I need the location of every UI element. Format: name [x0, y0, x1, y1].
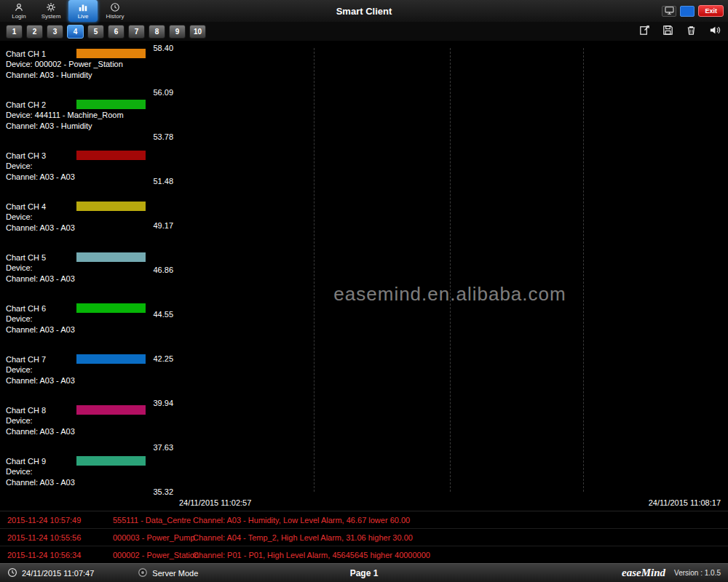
nav-label: System — [41, 13, 61, 20]
channel-block-2[interactable]: Chart CH 2Device: 444111 - Machine_RoomC… — [6, 99, 149, 132]
save-icon — [662, 24, 674, 39]
tab-9[interactable]: 9 — [169, 25, 186, 39]
channel-color-swatch — [76, 202, 146, 211]
y-tick: 51.48 — [153, 177, 173, 186]
channel-color-swatch — [76, 49, 146, 58]
alarm-device: 555111 - Data_Centre — [113, 516, 193, 525]
channel-color-swatch — [76, 456, 146, 466]
delete-button[interactable] — [683, 24, 699, 39]
monitor-button[interactable] — [662, 6, 676, 17]
channel-sidebar: Chart CH 1Device: 000002 - Power _Statio… — [0, 41, 149, 511]
volume-button[interactable] — [706, 24, 722, 39]
alarm-row[interactable]: 2015-11-24 10:55:56000003 - Power_PumpCh… — [0, 529, 728, 546]
channel-color-swatch — [76, 100, 146, 109]
nav-label: Login — [12, 13, 26, 20]
y-axis: 58.4056.0953.7851.4849.1746.8644.5542.25… — [149, 41, 176, 511]
channel-channel: Channel: A03 - A03 — [6, 477, 149, 488]
status-bar: 24/11/2015 11:07:47 Server Mode Page 1 e… — [0, 563, 728, 582]
channel-block-4[interactable]: Chart CH 4Device:Channel: A03 - A03 — [6, 201, 149, 234]
monitor-icon — [665, 4, 674, 17]
channel-block-1[interactable]: Chart CH 1Device: 000002 - Power _Statio… — [6, 48, 149, 81]
tab-2[interactable]: 2 — [26, 25, 43, 39]
channel-device: Device: 444111 - Machine_Room — [6, 110, 149, 121]
nav-login-button[interactable]: Login — [4, 0, 33, 22]
history-icon — [110, 2, 120, 12]
nav-history-button[interactable]: History — [100, 0, 130, 22]
volume-icon — [708, 24, 721, 39]
edit-button[interactable] — [636, 24, 652, 39]
nav-label: Live — [78, 13, 89, 20]
chart-area: easemind.en.alibaba.com 24/11/2015 11:02… — [176, 41, 728, 511]
y-tick: 46.86 — [153, 266, 173, 274]
clock-icon — [7, 567, 17, 579]
live-icon — [78, 2, 88, 12]
main-area: Chart CH 1Device: 000002 - Power _Statio… — [0, 41, 728, 511]
alarm-row[interactable]: 2015-11-24 10:57:49555111 - Data_CentreC… — [0, 511, 728, 529]
server-mode-label: Server Mode — [152, 569, 198, 578]
nav-live-button[interactable]: Live — [68, 0, 98, 22]
channel-channel: Channel: A03 - A03 — [6, 223, 149, 234]
alarm-time: 2015-11-24 10:56:34 — [7, 551, 113, 559]
alarm-device: 000002 - Power_Station — [113, 551, 193, 559]
alarm-message: Channel: A04 - Temp_2, High Level Alarm,… — [193, 533, 728, 542]
login-icon — [14, 2, 24, 12]
tab-6[interactable]: 6 — [108, 25, 124, 39]
channel-channel: Channel: A03 - A03 — [6, 324, 149, 335]
channel-device: Device: — [6, 415, 149, 426]
channel-name: Chart CH 9 — [6, 457, 46, 466]
y-tick: 44.55 — [153, 310, 173, 319]
y-tick: 42.25 — [153, 354, 173, 363]
channel-channel: Channel: A03 - A03 — [6, 274, 149, 284]
tab-8[interactable]: 8 — [149, 25, 165, 39]
plot: easemind.en.alibaba.com — [178, 48, 722, 492]
server-mode-group: Server Mode — [138, 567, 198, 579]
channel-channel: Channel: A03 - A03 — [6, 172, 149, 183]
channel-name: Chart CH 8 — [6, 406, 46, 415]
channel-name: Chart CH 2 — [6, 100, 46, 109]
channel-block-7[interactable]: Chart CH 7Device:Channel: A03 - A03 — [6, 354, 149, 386]
nav-system-button[interactable]: System — [36, 0, 66, 22]
tab-row: 12345678910 — [0, 22, 728, 41]
alarm-device: 000003 - Power_Pump — [113, 533, 193, 542]
channel-channel: Channel: A03 - A03 — [6, 426, 149, 437]
channel-block-9[interactable]: Chart CH 9Device:Channel: A03 - A03 — [6, 455, 149, 488]
channel-block-3[interactable]: Chart CH 3Device:Channel: A03 - A03 — [6, 150, 149, 183]
channel-block-6[interactable]: Chart CH 6Device:Channel: A03 - A03 — [6, 303, 149, 335]
theme-button[interactable] — [680, 6, 695, 17]
x-end-label: 24/11/2015 11:08:17 — [649, 498, 721, 507]
alarm-list: 2015-11-24 10:57:49555111 - Data_CentreC… — [0, 511, 728, 563]
channel-name: Chart CH 3 — [6, 151, 46, 160]
chart-toolbar — [636, 24, 722, 39]
y-tick: 39.94 — [153, 399, 173, 407]
channel-channel: Channel: A03 - Humidity — [6, 121, 149, 132]
channel-name: Chart CH 7 — [6, 355, 46, 364]
x-axis-labels: 24/11/2015 11:02:57 24/11/2015 11:08:17 — [179, 498, 721, 507]
top-bar: LoginSystemLiveHistory Smart Client Exit — [0, 0, 728, 22]
y-axis-inner: 58.4056.0953.7851.4849.1746.8644.5542.25… — [149, 48, 176, 492]
save-button[interactable] — [660, 24, 676, 39]
channel-device: Device: — [6, 161, 149, 172]
exit-button[interactable]: Exit — [698, 5, 724, 17]
tab-3[interactable]: 3 — [47, 25, 63, 39]
nav-label: History — [106, 13, 124, 20]
channel-block-5[interactable]: Chart CH 5Device:Channel: A03 - A03 — [6, 252, 149, 284]
tab-1[interactable]: 1 — [6, 25, 23, 39]
channel-color-swatch — [76, 303, 146, 313]
main-nav: LoginSystemLiveHistory — [4, 0, 130, 22]
channel-block-8[interactable]: Chart CH 8Device:Channel: A03 - A03 — [6, 404, 149, 437]
channel-color-swatch — [76, 405, 146, 415]
edit-icon — [638, 24, 651, 39]
tab-10[interactable]: 10 — [189, 25, 206, 39]
status-datetime-group: 24/11/2015 11:07:47 — [7, 567, 94, 579]
tab-4[interactable]: 4 — [67, 25, 84, 39]
tab-7[interactable]: 7 — [128, 25, 145, 39]
alarm-message: Channel: A03 - Humidity, Low Level Alarm… — [193, 516, 728, 525]
smart-client-window: LoginSystemLiveHistory Smart Client Exit… — [0, 0, 728, 582]
alarm-time: 2015-11-24 10:55:56 — [7, 533, 113, 542]
alarm-row[interactable]: 2015-11-24 10:56:34000002 - Power_Statio… — [0, 546, 728, 564]
channel-device: Device: — [6, 364, 149, 375]
y-tick: 49.17 — [153, 221, 173, 230]
status-datetime: 24/11/2015 11:07:47 — [22, 569, 94, 578]
y-tick: 58.40 — [153, 44, 173, 52]
tab-5[interactable]: 5 — [87, 25, 104, 39]
